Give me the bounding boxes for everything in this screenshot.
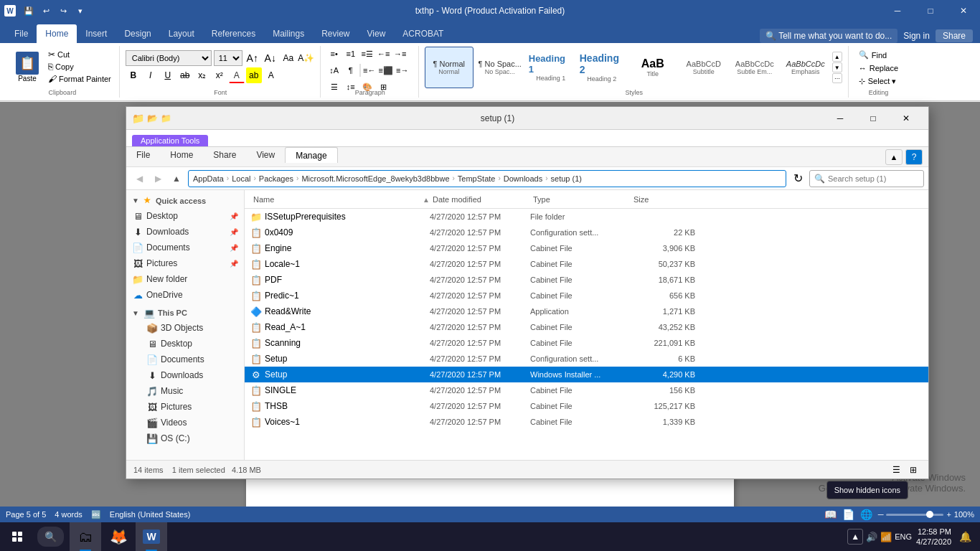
italic-button[interactable]: I	[143, 67, 159, 83]
network-icon[interactable]: 📶	[880, 532, 892, 542]
style-subtle-em[interactable]: AaBbCcDc Subtle Em...	[730, 47, 779, 88]
web-layout-btn[interactable]: 🌐	[860, 509, 872, 520]
minimize-btn[interactable]: ─	[881, 0, 914, 22]
exp-tab-home[interactable]: Home	[160, 147, 203, 163]
exp-tab-view[interactable]: View	[246, 147, 285, 163]
nav-newfolder[interactable]: 📁 New folder	[126, 271, 244, 287]
col-header-name[interactable]: Name ▲	[250, 190, 430, 209]
font-face-select[interactable]: Calibri (Body)	[126, 50, 212, 66]
start-button[interactable]	[0, 522, 34, 551]
style-title[interactable]: AaB Title	[628, 47, 677, 88]
exp-tab-manage[interactable]: Manage	[285, 147, 337, 163]
redo-qa-btn[interactable]: ↪	[56, 4, 70, 18]
increase-indent-btn[interactable]: →≡	[392, 46, 408, 62]
nav-pictures[interactable]: 🖼 Pictures 📌	[126, 255, 244, 271]
address-path[interactable]: AppData › Local › Packages › Microsoft.M…	[188, 170, 786, 187]
tab-layout[interactable]: Layout	[160, 24, 203, 43]
file-row[interactable]: 📋 Read_A~1 4/27/2020 12:57 PM Cabinet Fi…	[245, 319, 928, 335]
increase-font-btn[interactable]: A↑	[245, 50, 260, 66]
nav-videos[interactable]: 🎬 Videos	[126, 415, 244, 430]
quick-access-header[interactable]: ▼ ★ Quick access	[126, 193, 244, 208]
font-color-btn[interactable]: A	[229, 67, 245, 83]
style-nospace[interactable]: ¶ No Spac... No Spac...	[476, 47, 524, 88]
refresh-btn[interactable]: ↻	[789, 170, 806, 187]
read-mode-btn[interactable]: 📖	[824, 509, 837, 520]
tab-view[interactable]: View	[359, 24, 395, 43]
style-emphasis[interactable]: AaBbCcDc Emphasis	[781, 47, 830, 88]
exp-tab-share[interactable]: Share	[203, 147, 246, 163]
addr-setup[interactable]: setup (1)	[551, 174, 582, 183]
paste-button[interactable]: 📋 Paste	[10, 49, 44, 85]
decrease-indent-btn[interactable]: ←≡	[376, 46, 392, 62]
file-row[interactable]: 📋 Engine 4/27/2020 12:57 PM Cabinet File…	[245, 240, 928, 256]
file-row[interactable]: 📋 Locale~1 4/27/2020 12:57 PM Cabinet Fi…	[245, 256, 928, 272]
addr-appdata[interactable]: AppData	[193, 174, 224, 183]
close-btn[interactable]: ✕	[947, 0, 980, 22]
file-row[interactable]: 📋 Scanning 4/27/2020 12:57 PM Cabinet Fi…	[245, 335, 928, 351]
file-row[interactable]: ⚙ Setup 4/27/2020 12:57 PM Windows Insta…	[245, 367, 928, 382]
large-icons-btn[interactable]: ⊞	[905, 462, 921, 478]
help-btn[interactable]: ?	[905, 149, 923, 165]
tab-insert[interactable]: Insert	[77, 24, 116, 43]
taskbar-fileexplorer[interactable]: 🗂	[70, 522, 101, 551]
file-row[interactable]: 📋 Setup 4/27/2020 12:57 PM Configuration…	[245, 351, 928, 367]
print-layout-btn[interactable]: 📄	[842, 509, 854, 520]
style-normal[interactable]: ¶ Normal Normal	[425, 47, 473, 88]
align-left-btn[interactable]: ≡←	[362, 62, 377, 78]
file-row[interactable]: 📋 SINGLE 4/27/2020 12:57 PM Cabinet File…	[245, 382, 928, 398]
addr-packages[interactable]: Packages	[259, 174, 293, 183]
highlight-btn[interactable]: ab	[246, 67, 262, 83]
styles-scroll-up[interactable]: ▲	[832, 52, 842, 62]
zoom-slider[interactable]	[886, 514, 943, 516]
maximize-btn[interactable]: □	[914, 0, 947, 22]
up-btn[interactable]: ▲	[168, 170, 185, 187]
multilevel-btn[interactable]: ≡☰	[359, 46, 375, 62]
styles-more-btn[interactable]: ⋯	[832, 73, 842, 83]
nav-music[interactable]: 🎵 Music	[126, 383, 244, 399]
back-btn[interactable]: ◀	[131, 170, 148, 187]
customize-qa-btn[interactable]: ▾	[73, 4, 88, 18]
replace-button[interactable]: ↔ Replace	[854, 62, 903, 74]
show-formatting-btn[interactable]: ¶	[343, 62, 359, 78]
file-row[interactable]: 📋 Predic~1 4/27/2020 12:57 PM Cabinet Fi…	[245, 288, 928, 303]
expand-ribbon-btn[interactable]: ▲	[885, 149, 903, 165]
addr-downloads[interactable]: Downloads	[504, 174, 542, 183]
clear-format-btn[interactable]: Aa	[281, 50, 296, 66]
col-header-size[interactable]: Size	[631, 190, 695, 209]
addr-local[interactable]: Local	[232, 174, 250, 183]
addr-tempstate[interactable]: TempState	[458, 174, 496, 183]
file-row[interactable]: 📁 ISSetupPrerequisites 4/27/2020 12:57 P…	[245, 209, 928, 225]
copy-button[interactable]: ⎘ Copy	[46, 61, 113, 72]
volume-icon[interactable]: 🔊	[866, 532, 877, 542]
taskbar-search[interactable]: 🔍	[37, 527, 64, 547]
nav-downloads2[interactable]: ⬇ Downloads	[126, 367, 244, 383]
sign-in-btn[interactable]: Sign in	[903, 31, 930, 41]
file-row[interactable]: 📋 THSB 4/27/2020 12:57 PM Cabinet File 1…	[245, 398, 928, 414]
nav-documents[interactable]: 📄 Documents 📌	[126, 240, 244, 255]
file-row[interactable]: 📋 Voices~1 4/27/2020 12:57 PM Cabinet Fi…	[245, 414, 928, 430]
nav-documents2[interactable]: 📄 Documents	[126, 352, 244, 367]
style-heading1[interactable]: Heading 1 Heading 1	[527, 47, 575, 88]
nav-onedrive[interactable]: ☁ OneDrive	[126, 287, 244, 303]
find-button[interactable]: 🔍 Find	[854, 49, 903, 61]
underline-button[interactable]: U	[160, 67, 176, 83]
language-indicator[interactable]: ENG	[895, 532, 912, 541]
align-center-btn[interactable]: ≡⬛	[378, 62, 394, 78]
system-clock[interactable]: 12:58 PM 4/27/2020	[916, 527, 951, 547]
superscript-btn[interactable]: x²	[212, 67, 227, 83]
addr-edge[interactable]: Microsoft.MicrosoftEdge_8wekyb3d8bbwe	[301, 174, 449, 183]
notifications-btn[interactable]: 🔔	[956, 527, 974, 546]
exp-tab-file[interactable]: File	[126, 147, 160, 163]
text-effects-btn[interactable]: A✨	[298, 50, 314, 66]
file-row[interactable]: 📋 0x0409 4/27/2020 12:57 PM Configuratio…	[245, 225, 928, 240]
taskbar-firefox[interactable]: 🦊	[103, 522, 134, 551]
strikethrough-btn[interactable]: ab	[177, 67, 193, 83]
explorer-close-btn[interactable]: ✕	[890, 107, 923, 130]
undo-qa-btn[interactable]: ↩	[39, 4, 53, 18]
sort-btn[interactable]: ↕A	[326, 62, 342, 78]
bullets-btn[interactable]: ≡•	[326, 46, 342, 62]
forward-btn[interactable]: ▶	[149, 170, 166, 187]
decrease-font-btn[interactable]: A↓	[263, 50, 278, 66]
taskbar-word[interactable]: W	[136, 522, 167, 551]
numbering-btn[interactable]: ≡1	[343, 46, 359, 62]
